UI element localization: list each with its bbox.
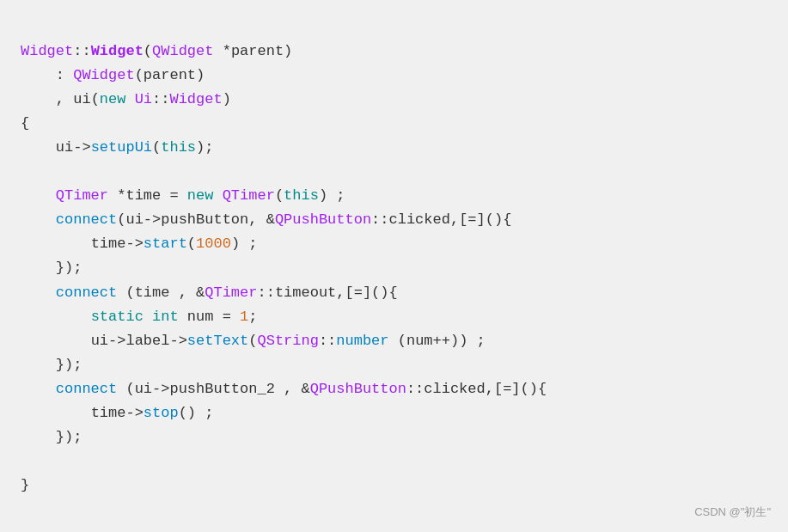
code-block: Widget::Widget(QWidget *parent) : QWidge…: [21, 15, 767, 522]
watermark: CSDN @"初生": [694, 504, 771, 520]
code-container: Widget::Widget(QWidget *parent) : QWidge…: [0, 0, 788, 532]
